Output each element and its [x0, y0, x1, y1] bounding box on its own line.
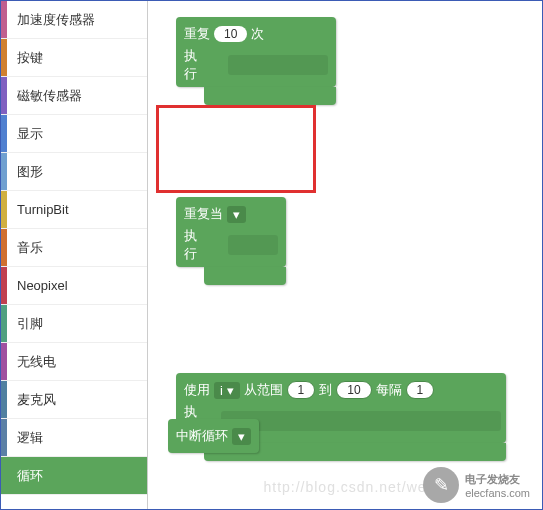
- repeat-do-label: 执行: [184, 47, 204, 83]
- for-to-label: 到: [319, 381, 332, 399]
- for-step-label: 每隔: [376, 381, 402, 399]
- footer-url: elecfans.com: [465, 487, 530, 499]
- sidebar-item-label: TurnipBit: [7, 202, 69, 217]
- for-from-label: 从范围: [244, 381, 283, 399]
- sidebar-item-12[interactable]: 循环: [1, 457, 147, 495]
- for-step-input[interactable]: 1: [406, 381, 435, 399]
- sidebar-item-11[interactable]: 逻辑: [1, 419, 147, 457]
- sidebar-item-4[interactable]: 图形: [1, 153, 147, 191]
- sidebar-item-label: 逻辑: [7, 429, 43, 447]
- repeat-times-block[interactable]: 重复 10 次 执行: [176, 17, 336, 87]
- while-label: 重复当: [184, 205, 223, 223]
- break-label: 中断循环: [176, 427, 228, 445]
- for-use-label: 使用: [184, 381, 210, 399]
- sidebar-item-label: 按键: [7, 49, 43, 67]
- for-from-input[interactable]: 1: [287, 381, 316, 399]
- while-do-label: 执行: [184, 227, 204, 263]
- sidebar-item-label: Neopixel: [7, 278, 68, 293]
- repeat-count-input[interactable]: 10: [214, 26, 247, 42]
- block-workspace[interactable]: 重复 10 次 执行 值 num 到 1 值 flag 到 1 重: [148, 1, 542, 509]
- sidebar-item-label: 加速度传感器: [7, 11, 95, 29]
- watermark-text: http://blog.csdn.net/we: [263, 479, 426, 495]
- sidebar-item-label: 引脚: [7, 315, 43, 333]
- for-var-dropdown[interactable]: i ▾: [214, 382, 240, 399]
- sidebar-item-label: 显示: [7, 125, 43, 143]
- sidebar-item-label: 音乐: [7, 239, 43, 257]
- sidebar-item-10[interactable]: 麦克风: [1, 381, 147, 419]
- repeat-while-block[interactable]: 重复当 ▾ 执行: [176, 197, 286, 267]
- sidebar-item-5[interactable]: TurnipBit: [1, 191, 147, 229]
- sidebar-item-label: 磁敏传感器: [7, 87, 82, 105]
- sidebar-item-6[interactable]: 音乐: [1, 229, 147, 267]
- sidebar-item-label: 循环: [7, 467, 43, 485]
- dropdown-icon[interactable]: ▾: [227, 206, 246, 223]
- sidebar-item-7[interactable]: Neopixel: [1, 267, 147, 305]
- sidebar-item-label: 图形: [7, 163, 43, 181]
- site-logo: ✎ 电子发烧友 elecfans.com: [423, 467, 530, 503]
- sidebar-item-9[interactable]: 无线电: [1, 343, 147, 381]
- sidebar-item-3[interactable]: 显示: [1, 115, 147, 153]
- repeat-label: 重复: [184, 25, 210, 43]
- sidebar-item-2[interactable]: 磁敏传感器: [1, 77, 147, 115]
- dropdown-icon[interactable]: ▾: [232, 428, 251, 445]
- footer-title: 电子发烧友: [465, 472, 530, 487]
- sidebar-item-0[interactable]: 加速度传感器: [1, 1, 147, 39]
- category-sidebar: 加速度传感器按键磁敏传感器显示图形TurnipBit音乐Neopixel引脚无线…: [1, 1, 148, 509]
- sidebar-item-1[interactable]: 按键: [1, 39, 147, 77]
- logo-icon: ✎: [423, 467, 459, 503]
- break-loop-block[interactable]: 中断循环 ▾: [168, 419, 259, 453]
- sidebar-item-8[interactable]: 引脚: [1, 305, 147, 343]
- for-to-input[interactable]: 10: [336, 381, 371, 399]
- sidebar-item-label: 麦克风: [7, 391, 56, 409]
- sidebar-item-label: 无线电: [7, 353, 56, 371]
- repeat-unit: 次: [251, 25, 264, 43]
- selection-highlight: [156, 105, 316, 193]
